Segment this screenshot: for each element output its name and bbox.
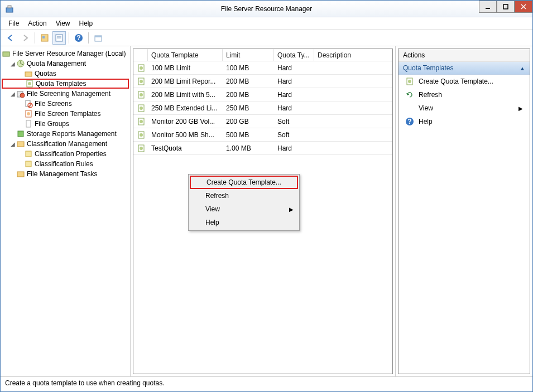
close-button[interactable] — [515, 1, 532, 13]
row-icon — [133, 144, 148, 153]
file-screen-icon — [24, 99, 33, 108]
row-icon — [133, 77, 148, 86]
tree-label: File Screens — [35, 100, 72, 108]
svg-rect-31 — [26, 161, 31, 167]
quota-icon — [16, 59, 25, 68]
cell-name: 250 MB Extended Li... — [148, 104, 223, 112]
action-view[interactable]: View ▶ — [398, 101, 530, 115]
tree-classification-props[interactable]: Classification Properties — [2, 149, 129, 159]
tree-label: Classification Properties — [35, 150, 107, 158]
svg-rect-28 — [18, 131, 23, 137]
ctx-create-quota-template[interactable]: Create Quota Template... — [190, 176, 298, 189]
table-row[interactable]: 200 MB Limit with 5...200 MBHard — [133, 88, 392, 101]
tree-quotas[interactable]: Quotas — [2, 69, 129, 79]
tree-file-screens[interactable]: File Screens — [2, 99, 129, 109]
maximize-button[interactable] — [497, 1, 515, 13]
forward-button[interactable] — [18, 31, 32, 45]
tree-file-mgmt-tasks[interactable]: File Management Tasks — [2, 169, 129, 179]
menu-file[interactable]: File — [4, 18, 23, 28]
template-icon — [24, 109, 33, 118]
menu-bar: File Action View Help — [1, 17, 532, 30]
collapse-icon[interactable]: ◢ — [9, 141, 16, 147]
toolbar-separator — [35, 32, 35, 43]
window-controls — [479, 1, 532, 13]
tree-file-groups[interactable]: File Groups — [2, 119, 129, 129]
cell-limit: 200 MB — [223, 91, 274, 99]
column-limit[interactable]: Limit — [223, 49, 274, 61]
template-list: Quota Template Limit Quota Ty... Descrip… — [133, 49, 393, 374]
help-button[interactable]: ? — [72, 31, 85, 45]
column-headers: Quota Template Limit Quota Ty... Descrip… — [133, 49, 392, 61]
column-icon[interactable] — [133, 49, 148, 61]
svg-point-36 — [140, 80, 143, 83]
svg-rect-29 — [17, 142, 24, 147]
ctx-help[interactable]: Help — [190, 216, 298, 229]
svg-rect-14 — [95, 36, 102, 37]
navigation-tree: File Server Resource Manager (Local) ◢ Q… — [2, 49, 129, 179]
collapse-icon[interactable]: ◢ — [9, 91, 16, 97]
table-row[interactable]: 100 MB Limit100 MBHard — [133, 61, 392, 75]
tree-storage-reports[interactable]: Storage Reports Management — [2, 129, 129, 139]
classification-icon — [16, 139, 25, 148]
table-row[interactable]: TestQuota1.00 MBHard — [133, 142, 392, 155]
list-body: 100 MB Limit100 MBHard200 MB Limit Repor… — [133, 61, 392, 155]
svg-point-38 — [140, 93, 143, 96]
column-template[interactable]: Quota Template — [148, 49, 223, 61]
status-text: Create a quota template to use when crea… — [5, 379, 165, 387]
collapse-up-icon[interactable]: ▲ — [520, 65, 525, 71]
svg-point-26 — [27, 112, 30, 115]
tree-label: File Server Resource Manager (Local) — [12, 50, 126, 57]
extra-button[interactable] — [92, 31, 105, 45]
cell-type: Hard — [274, 144, 314, 152]
column-type[interactable]: Quota Ty... — [274, 49, 314, 61]
table-row[interactable]: Monitor 200 GB Vol...200 GBSoft — [133, 115, 392, 128]
properties-button[interactable] — [52, 31, 66, 45]
column-description[interactable]: Description — [314, 49, 392, 61]
props-icon — [24, 149, 33, 158]
tree-root[interactable]: File Server Resource Manager (Local) — [2, 49, 129, 59]
row-icon — [133, 64, 148, 72]
file-icon — [24, 119, 33, 128]
minimize-button[interactable] — [479, 1, 497, 13]
tree-label: Classification Management — [27, 140, 107, 148]
svg-rect-7 — [42, 36, 45, 38]
action-create-quota-template[interactable]: Create Quota Template... — [398, 75, 530, 88]
tree-classification-rules[interactable]: Classification Rules — [2, 159, 129, 169]
menu-action[interactable]: Action — [23, 18, 51, 28]
action-refresh[interactable]: Refresh — [398, 88, 530, 101]
svg-rect-1 — [8, 6, 11, 8]
cell-limit: 100 MB — [223, 64, 274, 72]
back-button[interactable] — [4, 31, 17, 45]
tree-quota-management[interactable]: ◢ Quota Management — [2, 59, 129, 69]
svg-rect-30 — [26, 151, 31, 157]
table-row[interactable]: Monitor 500 MB Sh...500 MBSoft — [133, 128, 392, 142]
table-row[interactable]: 200 MB Limit Repor...200 MBHard — [133, 75, 392, 88]
tree-file-screen-templates[interactable]: File Screen Templates — [2, 109, 129, 119]
actions-title-label: Quota Templates — [403, 64, 454, 72]
cell-type: Hard — [274, 78, 314, 85]
ctx-view[interactable]: View▶ — [190, 202, 298, 216]
cell-limit: 200 GB — [223, 118, 274, 125]
actions-title[interactable]: Quota Templates ▲ — [398, 62, 530, 75]
show-hide-tree-button[interactable] — [38, 31, 51, 45]
cell-limit: 500 MB — [223, 131, 274, 139]
cell-type: Hard — [274, 91, 314, 99]
tree-quota-templates[interactable]: Quota Templates — [2, 79, 129, 89]
row-icon — [133, 117, 148, 126]
table-row[interactable]: 250 MB Extended Li...250 MBHard — [133, 101, 392, 115]
tree-file-screening[interactable]: ◢ File Screening Management — [2, 89, 129, 99]
cell-type: Soft — [274, 118, 314, 125]
tree-classification-mgmt[interactable]: ◢ Classification Management — [2, 139, 129, 149]
cell-limit: 200 MB — [223, 78, 274, 85]
ctx-refresh[interactable]: Refresh — [190, 189, 298, 202]
action-help[interactable]: ? Help — [398, 115, 530, 128]
svg-point-46 — [140, 147, 143, 150]
menu-help[interactable]: Help — [75, 18, 98, 28]
cell-name: Monitor 200 GB Vol... — [148, 118, 223, 125]
collapse-icon[interactable]: ◢ — [9, 61, 16, 67]
svg-text:?: ? — [407, 118, 411, 125]
tree-pane: File Server Resource Manager (Local) ◢ Q… — [1, 46, 131, 376]
menu-view[interactable]: View — [51, 18, 75, 28]
action-label: Refresh — [419, 91, 442, 99]
app-icon — [5, 4, 14, 13]
